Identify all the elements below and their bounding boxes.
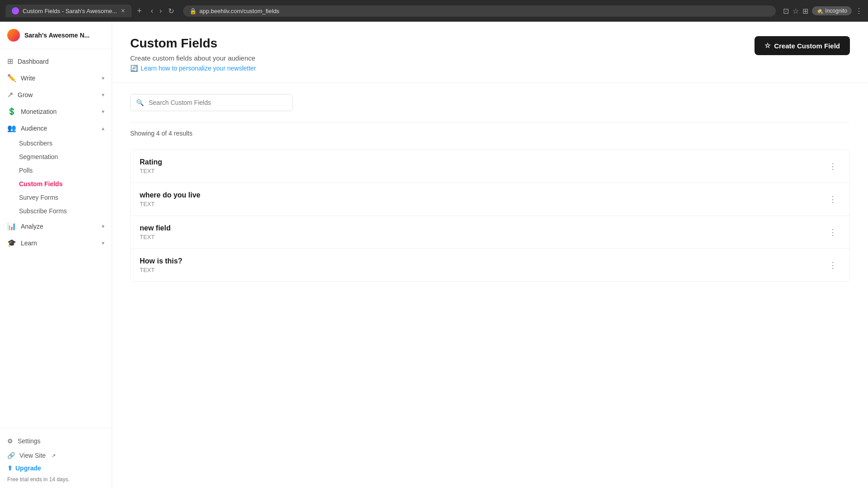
- field-menu-button[interactable]: ⋮: [825, 258, 840, 272]
- page-subtitle: Create custom fields about your audience: [130, 54, 256, 62]
- sidebar-item-survey-forms[interactable]: Survey Forms: [19, 191, 112, 204]
- field-name: new field: [140, 224, 170, 232]
- back-button[interactable]: ‹: [149, 6, 155, 16]
- field-info: Rating TEXT: [140, 158, 162, 174]
- table-row: Rating TEXT ⋮: [131, 150, 849, 183]
- sidebar: Sarah's Awesome N... ⊞ Dashboard ✏️ Writ…: [0, 22, 112, 488]
- chevron-down-icon: ▾: [102, 75, 104, 81]
- trial-notice: Free trial ends in 14 days.: [7, 474, 104, 483]
- tab-title: Custom Fields - Sarah's Awesome...: [23, 8, 117, 14]
- new-tab-button[interactable]: +: [137, 6, 142, 16]
- settings-icon: ⚙: [7, 437, 13, 445]
- star-icon: ☆: [764, 42, 770, 50]
- chevron-down-icon: ▾: [102, 223, 104, 230]
- dashboard-icon: ⊞: [7, 57, 13, 66]
- field-name: How is this?: [140, 257, 182, 265]
- personalize-link[interactable]: 🔄 Learn how to personalize your newslett…: [130, 65, 256, 72]
- sidebar-item-label: Grow: [18, 91, 33, 99]
- page-title: Custom Fields: [130, 36, 256, 51]
- brand-avatar: [7, 29, 20, 42]
- field-name: where do you live: [140, 191, 200, 199]
- search-container: 🔍: [130, 94, 850, 111]
- sidebar-item-custom-fields[interactable]: Custom Fields: [19, 177, 112, 191]
- incognito-badge: 🕵 Incognito: [812, 6, 852, 15]
- field-type: TEXT: [140, 267, 182, 273]
- view-site-icon: 🔗: [7, 452, 15, 459]
- cast-icon[interactable]: ⊡: [783, 7, 789, 15]
- upgrade-label: Upgrade: [15, 465, 41, 472]
- chevron-down-icon: ▾: [102, 240, 104, 246]
- tab-close-button[interactable]: ✕: [121, 8, 125, 14]
- sidebar-item-monetization[interactable]: 💲 Monetization ▾: [0, 103, 112, 120]
- browser-actions: ⊡ ☆ ⊞ 🕵 Incognito ⋮: [783, 6, 863, 15]
- sidebar-item-label: Monetization: [21, 108, 57, 115]
- sidebar-brand[interactable]: Sarah's Awesome N...: [0, 22, 112, 49]
- sidebar-item-settings[interactable]: ⚙ Settings: [7, 434, 104, 448]
- field-info: How is this? TEXT: [140, 257, 182, 273]
- sidebar-item-segmentation[interactable]: Segmentation: [19, 150, 112, 164]
- main-content: Custom Fields Create custom fields about…: [112, 22, 868, 488]
- sidebar-item-label: Write: [21, 75, 35, 82]
- tab-favicon: [12, 7, 19, 14]
- search-input[interactable]: [130, 94, 293, 111]
- upgrade-button[interactable]: ⬆ Upgrade: [7, 463, 41, 474]
- create-button-label: Create Custom Field: [774, 42, 840, 50]
- sidebar-item-audience[interactable]: 👥 Audience ▴: [0, 120, 112, 136]
- header-row: Custom Fields Create custom fields about…: [130, 36, 850, 72]
- monetization-icon: 💲: [7, 107, 16, 116]
- write-icon: ✏️: [7, 74, 16, 82]
- field-name: Rating: [140, 158, 162, 166]
- view-site-label: View Site: [19, 452, 46, 459]
- settings-label: Settings: [18, 437, 41, 445]
- forward-button[interactable]: ›: [158, 6, 164, 16]
- audience-icon: 👥: [7, 124, 16, 132]
- page-header: Custom Fields Create custom fields about…: [112, 22, 868, 83]
- sidebar-bottom: ⚙ Settings 🔗 View Site ↗ ⬆ Upgrade Free …: [0, 428, 112, 488]
- sidebar-item-subscribers[interactable]: Subscribers: [19, 136, 112, 150]
- browser-tab[interactable]: Custom Fields - Sarah's Awesome... ✕: [5, 5, 132, 17]
- fields-list: Rating TEXT ⋮ where do you live TEXT ⋮ n…: [130, 150, 850, 282]
- sidebar-item-polls[interactable]: Polls: [19, 164, 112, 177]
- link-text: Learn how to personalize your newsletter: [141, 65, 256, 72]
- table-row: where do you live TEXT ⋮: [131, 183, 849, 216]
- upgrade-icon: ⬆: [7, 465, 13, 472]
- sidebar-nav: ⊞ Dashboard ✏️ Write ▾ ↗ Grow ▾ 💲 Moneti…: [0, 49, 112, 428]
- browser-chrome: Custom Fields - Sarah's Awesome... ✕ + ‹…: [0, 0, 868, 22]
- chevron-down-icon: ▾: [102, 108, 104, 115]
- field-menu-button[interactable]: ⋮: [825, 160, 840, 173]
- field-type: TEXT: [140, 201, 200, 207]
- sidebar-item-grow[interactable]: ↗ Grow ▾: [0, 86, 112, 103]
- sidebar-item-subscribe-forms[interactable]: Subscribe Forms: [19, 204, 112, 218]
- table-row: new field TEXT ⋮: [131, 216, 849, 249]
- sidebar-item-write[interactable]: ✏️ Write ▾: [0, 70, 112, 86]
- page-header-left: Custom Fields Create custom fields about…: [130, 36, 256, 72]
- create-custom-field-button[interactable]: ☆ Create Custom Field: [755, 36, 850, 55]
- menu-dots-icon[interactable]: ⋮: [855, 7, 863, 15]
- incognito-label: Incognito: [825, 8, 847, 14]
- extensions-icon[interactable]: ⊞: [802, 7, 808, 15]
- field-info: new field TEXT: [140, 224, 170, 240]
- sidebar-item-dashboard[interactable]: ⊞ Dashboard: [0, 53, 112, 70]
- field-menu-button[interactable]: ⋮: [825, 225, 840, 239]
- audience-subnav: Subscribers Segmentation Polls Custom Fi…: [0, 136, 112, 218]
- refresh-button[interactable]: ↻: [166, 6, 176, 16]
- url-display: app.beehiiv.com/custom_fields: [199, 8, 279, 14]
- app-layout: Sarah's Awesome N... ⊞ Dashboard ✏️ Writ…: [0, 22, 868, 488]
- field-type: TEXT: [140, 168, 162, 174]
- address-bar[interactable]: 🔒 app.beehiiv.com/custom_fields: [183, 5, 776, 17]
- bookmark-icon[interactable]: ☆: [793, 7, 799, 15]
- table-row: How is this? TEXT ⋮: [131, 249, 849, 282]
- field-menu-button[interactable]: ⋮: [825, 192, 840, 206]
- chevron-up-icon: ▴: [102, 125, 104, 131]
- sidebar-item-label: Learn: [21, 239, 37, 247]
- external-link-icon: ↗: [52, 453, 56, 459]
- sidebar-item-view-site[interactable]: 🔗 View Site ↗: [7, 448, 104, 463]
- brand-name: Sarah's Awesome N...: [24, 32, 90, 39]
- sidebar-item-analyze[interactable]: 📊 Analyze ▾: [0, 218, 112, 235]
- browser-controls: ‹ › ↻: [149, 6, 176, 16]
- link-icon: 🔄: [130, 65, 138, 72]
- chevron-down-icon: ▾: [102, 92, 104, 98]
- sidebar-item-label: Analyze: [21, 223, 43, 230]
- sidebar-item-learn[interactable]: 🎓 Learn ▾: [0, 235, 112, 251]
- field-type: TEXT: [140, 234, 170, 240]
